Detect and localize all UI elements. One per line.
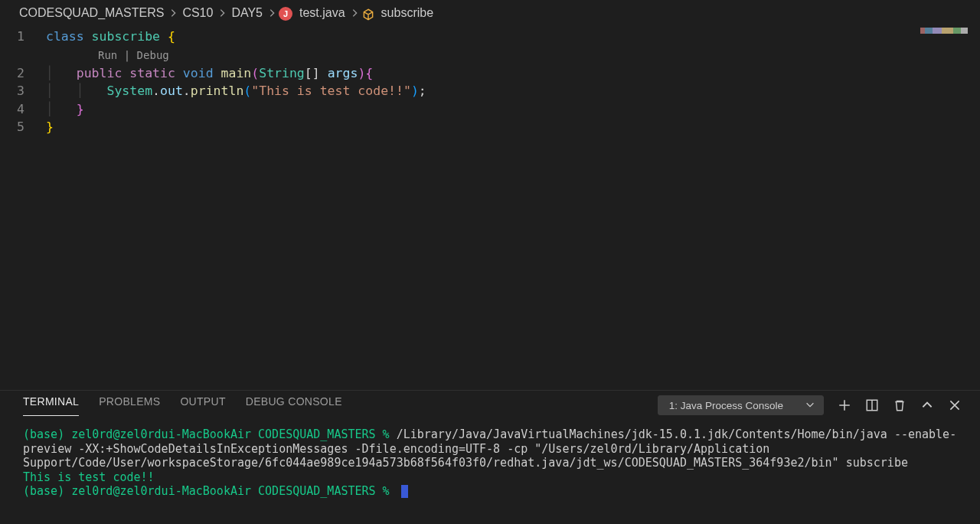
- terminal-output[interactable]: (base) zel0rd@zel0rdui-MacBookAir CODESQ…: [0, 420, 980, 499]
- line-number: 5: [0, 118, 46, 136]
- close-panel-icon[interactable]: [948, 398, 962, 412]
- chevron-right-icon: [266, 8, 277, 21]
- tab-terminal[interactable]: TERMINAL: [23, 395, 79, 416]
- line-number: 1: [0, 28, 46, 46]
- chevron-down-icon: [805, 399, 815, 412]
- tab-output[interactable]: OUTPUT: [180, 395, 225, 415]
- terminal-prompt: (base) zel0rd@zel0rdui-MacBookAir CODESQ…: [23, 427, 397, 441]
- tab-problems[interactable]: PROBLEMS: [99, 395, 160, 415]
- breadcrumb: CODESQUAD_MASTERS CS10 DAY5 J test.java …: [0, 0, 980, 26]
- new-terminal-icon[interactable]: [838, 398, 851, 412]
- line-number: 2: [0, 64, 46, 83]
- terminal-selector[interactable]: 1: Java Process Console: [658, 395, 824, 415]
- minimap[interactable]: [920, 28, 968, 34]
- chevron-right-icon: [349, 8, 360, 21]
- breadcrumb-item[interactable]: CODESQUAD_MASTERS: [19, 6, 164, 20]
- terminal-selector-label: 1: Java Process Console: [669, 400, 783, 411]
- maximize-panel-icon[interactable]: [920, 398, 934, 412]
- chevron-right-icon: [217, 8, 227, 21]
- java-file-icon: J: [279, 7, 292, 21]
- codelens-run[interactable]: Run: [98, 49, 117, 61]
- codelens-debug[interactable]: Debug: [137, 49, 169, 61]
- line-number: 4: [0, 100, 46, 119]
- code-editor[interactable]: 1 class subscribe { Run | Debug 2 │ publ…: [0, 26, 980, 136]
- terminal-cursor: [401, 485, 408, 498]
- breadcrumb-item[interactable]: CS10: [182, 6, 213, 20]
- method-icon: [361, 8, 375, 21]
- chevron-right-icon: [168, 8, 178, 21]
- line-number: 3: [0, 82, 46, 100]
- terminal-stdout: This is test code!!: [23, 470, 155, 484]
- terminal-prompt: (base) zel0rd@zel0rdui-MacBookAir CODESQ…: [23, 484, 397, 498]
- tab-debug-console[interactable]: DEBUG CONSOLE: [246, 395, 342, 415]
- bottom-panel: TERMINAL PROBLEMS OUTPUT DEBUG CONSOLE 1…: [0, 390, 980, 524]
- kill-terminal-icon[interactable]: [893, 398, 906, 412]
- breadcrumb-item[interactable]: DAY5: [231, 6, 263, 20]
- split-terminal-icon[interactable]: [865, 398, 879, 412]
- breadcrumb-item-symbol[interactable]: subscribe: [381, 6, 433, 20]
- codelens: Run | Debug: [0, 46, 980, 64]
- breadcrumb-item-file[interactable]: test.java: [299, 6, 345, 20]
